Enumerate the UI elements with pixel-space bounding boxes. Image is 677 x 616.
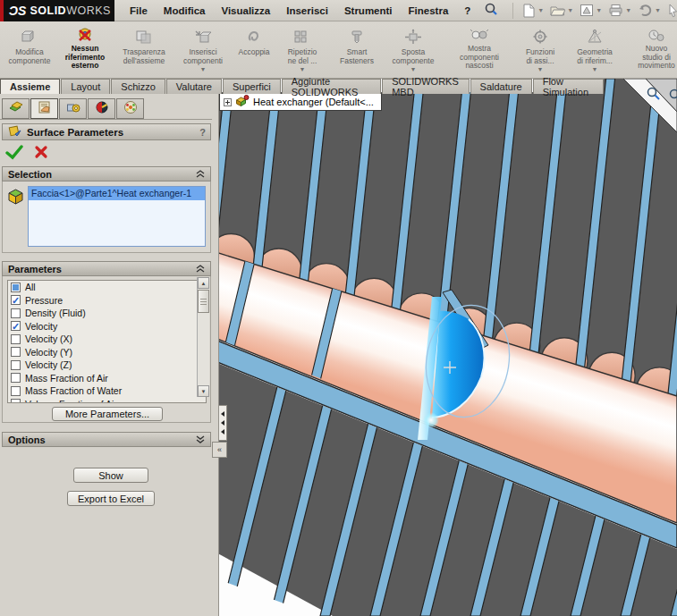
- scrollbar-thumb[interactable]: [198, 290, 209, 313]
- options-group-header[interactable]: Options: [2, 432, 211, 447]
- ribbon-button-new-motion-study[interactable]: Nuovo studio di movimento: [627, 24, 677, 77]
- parameter-row[interactable]: Velocity (Z): [8, 359, 206, 372]
- dropdown-arrow-icon[interactable]: ▼: [537, 66, 544, 73]
- parameter-row[interactable]: Velocity (Y): [8, 346, 206, 359]
- new-document-icon[interactable]: ▼: [520, 3, 546, 19]
- tab-schizzo[interactable]: Schizzo: [111, 79, 165, 94]
- tab-superfici[interactable]: Superfici: [223, 79, 281, 94]
- parameter-row[interactable]: Mass Fraction of Water: [8, 384, 206, 398]
- tree-expand-icon[interactable]: [224, 98, 232, 106]
- dropdown-arrow-icon[interactable]: ▼: [410, 66, 417, 73]
- tab-solidworks-mbd[interactable]: SOLIDWORKS MBD: [382, 79, 469, 94]
- ok-button[interactable]: [5, 144, 23, 164]
- tab-aggiunte-solidworks[interactable]: Aggiunte SOLIDWORKS: [282, 79, 381, 94]
- show-button[interactable]: Show: [73, 468, 148, 483]
- tab-flow-simulation[interactable]: Flow Simulation: [533, 79, 604, 94]
- parameter-label: Velocity (Z): [25, 359, 72, 370]
- parameter-row[interactable]: All: [8, 281, 206, 294]
- search-icon[interactable]: [484, 2, 498, 20]
- checkbox-unchecked[interactable]: [11, 386, 21, 396]
- checkbox-unchecked[interactable]: [11, 334, 21, 344]
- graphics-viewport[interactable]: Heat exchanger (Default<...: [213, 79, 677, 616]
- parameters-scrollbar[interactable]: ▲ ▼: [197, 277, 209, 397]
- checkbox-checked[interactable]: [11, 321, 21, 331]
- publish-icon[interactable]: ▼: [578, 3, 604, 18]
- dropdown-arrow-icon[interactable]: ▼: [300, 66, 306, 73]
- scroll-down-arrow-icon[interactable]: ▼: [198, 385, 209, 397]
- heat-exchanger-model[interactable]: [213, 79, 677, 616]
- ribbon-button-mate[interactable]: Accoppia: [232, 24, 276, 77]
- cancel-button[interactable]: [34, 145, 48, 163]
- parameter-row[interactable]: Velocity: [8, 320, 206, 333]
- dropdown-arrow-icon[interactable]: ▼: [200, 66, 207, 73]
- menu-item-finestra[interactable]: Finestra: [401, 2, 457, 20]
- expand-chevron-icon[interactable]: [196, 435, 205, 443]
- undo-icon[interactable]: ▼: [636, 3, 663, 18]
- insert-components-icon: [193, 27, 213, 46]
- solidworks-logo: ϽS SOLIDWORKS: [0, 0, 114, 21]
- checkbox-unchecked[interactable]: [11, 347, 21, 357]
- open-icon[interactable]: ▼: [548, 3, 575, 18]
- ribbon-button-assembly-transparency[interactable]: Trasparenza dell'assieme: [114, 24, 174, 77]
- ribbon-button-show-hidden-components[interactable]: Mostra componenti nascosti: [448, 24, 511, 77]
- new-motion-study-icon: [647, 27, 666, 43]
- selection-group-header[interactable]: Selection: [2, 166, 211, 181]
- parameters-group-header[interactable]: Parameters: [2, 261, 211, 276]
- smart-fasteners-icon: [347, 27, 367, 46]
- menu-item-strumenti[interactable]: Strumenti: [336, 2, 401, 20]
- selected-face-item[interactable]: Faccia<1>@Parte1^Heat exchanger-1: [29, 187, 205, 200]
- tab-layout[interactable]: Layout: [61, 79, 110, 94]
- tree-item-label: Heat exchanger (Default<...: [253, 97, 374, 107]
- menu-item-inserisci[interactable]: Inserisci: [278, 2, 336, 20]
- checkbox-checked[interactable]: [11, 295, 21, 305]
- brand-light: WORKS: [66, 4, 111, 17]
- ribbon-button-insert-components[interactable]: Inserisci componenti ▼: [174, 24, 232, 77]
- show-hidden-components-icon: [470, 27, 489, 43]
- ribbon-button-smart-fasteners[interactable]: Smart Fasteners: [332, 24, 382, 77]
- ribbon-button-move-component[interactable]: Sposta componente ▼: [382, 24, 444, 77]
- print-icon[interactable]: ▼: [606, 3, 633, 18]
- parameter-row[interactable]: Mass Fraction of Air: [8, 372, 206, 385]
- configurationmanager-tab[interactable]: [59, 98, 87, 119]
- more-parameters-button[interactable]: More Parameters...: [52, 407, 163, 421]
- help-icon[interactable]: ?: [199, 127, 206, 138]
- export-to-excel-button[interactable]: Export to Excel: [67, 491, 155, 506]
- dropdown-arrow-icon[interactable]: ▼: [592, 66, 598, 73]
- panel-collapse-button[interactable]: «: [212, 442, 227, 458]
- dimxpertmanager-tab[interactable]: [88, 98, 115, 119]
- parameters-list[interactable]: All Pressure Density (Fluid) Velocity Ve…: [7, 280, 207, 403]
- checkbox-unchecked[interactable]: [11, 399, 21, 403]
- checkbox-unchecked[interactable]: [11, 373, 21, 383]
- panel-splitter-handle[interactable]: [219, 405, 227, 441]
- move-component-icon: [403, 27, 423, 46]
- tab-saldature[interactable]: Saldature: [470, 79, 532, 94]
- ribbon-button-assembly-features[interactable]: Funzioni di assi... ▼: [514, 24, 566, 77]
- checkbox-indeterminate[interactable]: [11, 283, 21, 292]
- scroll-up-arrow-icon[interactable]: ▲: [198, 277, 209, 289]
- parameter-label: Mass Fraction of Air: [25, 373, 108, 384]
- selection-listbox[interactable]: Faccia<1>@Parte1^Heat exchanger-1: [28, 186, 206, 247]
- menu-item-visualizza[interactable]: Visualizza: [213, 2, 278, 20]
- ribbon-button-reference-geometry[interactable]: Geometria di riferim... ▼: [566, 24, 623, 77]
- tab-assieme[interactable]: Assieme: [0, 79, 60, 94]
- menu-item-?[interactable]: ?: [456, 2, 478, 20]
- menu-item-modifica[interactable]: Modifica: [156, 2, 214, 20]
- featuremanager-tab[interactable]: [2, 98, 30, 119]
- ribbon-button-pattern[interactable]: Ripetizio ne del ... ▼: [276, 24, 328, 77]
- displaymanager-tab[interactable]: [116, 98, 144, 119]
- collapse-chevron-icon[interactable]: [196, 265, 205, 273]
- checkbox-unchecked[interactable]: [11, 308, 21, 318]
- select-icon[interactable]: ▼: [665, 3, 677, 19]
- ribbon-button-no-external-references[interactable]: Nessun riferimento esterno: [56, 24, 114, 77]
- parameter-label: Mass Fraction of Water: [25, 385, 122, 396]
- parameter-row[interactable]: Pressure: [8, 294, 206, 308]
- propertymanager-tab[interactable]: [30, 98, 58, 119]
- collapse-chevron-icon[interactable]: [196, 170, 205, 178]
- checkbox-unchecked[interactable]: [11, 360, 21, 370]
- parameter-row[interactable]: Velocity (X): [8, 333, 206, 346]
- ribbon-button-edit-component[interactable]: Modifica componente: [3, 24, 56, 77]
- parameter-row[interactable]: Density (Fluid): [8, 307, 206, 320]
- parameter-row[interactable]: Volume Fraction of Air: [8, 398, 206, 404]
- menu-item-file[interactable]: File: [122, 2, 156, 20]
- tab-valutare[interactable]: Valutare: [166, 79, 222, 94]
